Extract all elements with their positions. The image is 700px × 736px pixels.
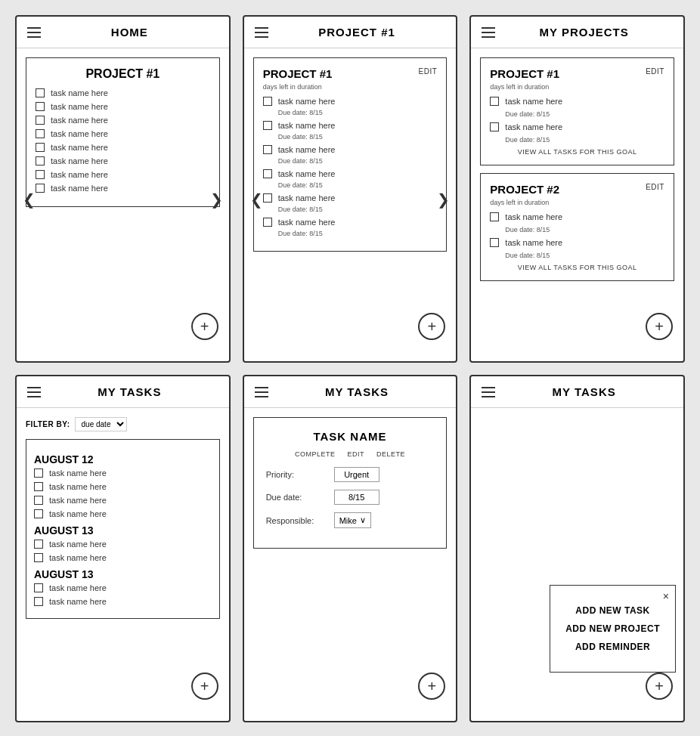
home-body: ❮ PROJECT #1 task name here task name he… bbox=[17, 48, 229, 351]
task-detail-card: TASK NAME COMPLETE EDIT DELETE Priority:… bbox=[253, 417, 448, 549]
hamburger-icon[interactable] bbox=[482, 27, 495, 38]
fab-add-button[interactable]: + bbox=[191, 673, 218, 700]
task-checkbox[interactable] bbox=[36, 143, 45, 152]
days-left: days left in duration bbox=[490, 199, 664, 206]
my-tasks-filter-body: FILTER BY: due date priority project AUG… bbox=[17, 408, 229, 710]
task-checkbox[interactable] bbox=[263, 121, 272, 130]
project-header: PROJECT #2 EDIT bbox=[490, 183, 664, 196]
due-value: 8/15 bbox=[334, 490, 379, 505]
task-item: task name here bbox=[34, 482, 212, 491]
next-arrow[interactable]: ❯ bbox=[210, 190, 223, 209]
fab-add-button[interactable]: + bbox=[646, 673, 673, 700]
task-item: task name here bbox=[490, 238, 664, 247]
next-arrow[interactable]: ❯ bbox=[437, 190, 450, 209]
tasks-section: AUGUST 12 task name here task name here … bbox=[26, 439, 220, 619]
task-checkbox[interactable] bbox=[34, 597, 43, 606]
task-checkbox[interactable] bbox=[36, 156, 45, 165]
project-name: PROJECT #1 bbox=[490, 67, 559, 80]
date-group-3: AUGUST 13 bbox=[34, 568, 212, 580]
date-group-1: AUGUST 12 bbox=[34, 453, 212, 465]
task-due: Due date: 8/15 bbox=[278, 133, 438, 141]
project1-edit-btn[interactable]: EDIT bbox=[419, 67, 438, 76]
responsible-value: Mike bbox=[339, 516, 357, 525]
delete-btn[interactable]: DELETE bbox=[376, 450, 405, 458]
task-checkbox[interactable] bbox=[34, 553, 43, 562]
task-checkbox[interactable] bbox=[490, 212, 499, 221]
task-checkbox[interactable] bbox=[36, 102, 45, 111]
task-due: Due date: 8/15 bbox=[278, 230, 438, 237]
prev-arrow[interactable]: ❮ bbox=[23, 190, 36, 209]
task-checkbox[interactable] bbox=[490, 238, 499, 247]
task-checkbox[interactable] bbox=[263, 169, 272, 178]
task-checkbox[interactable] bbox=[263, 97, 272, 106]
task-checkbox[interactable] bbox=[263, 145, 272, 154]
screen-my-projects: MY PROJECTS PROJECT #1 EDIT days left in… bbox=[469, 15, 685, 363]
hamburger-icon[interactable] bbox=[27, 27, 41, 38]
responsible-select[interactable]: Mike ∨ bbox=[334, 512, 371, 528]
task-item: task name here bbox=[36, 102, 210, 111]
task-due: Due date: 8/15 bbox=[505, 136, 664, 144]
task-item: task name here bbox=[263, 145, 438, 154]
task-checkbox[interactable] bbox=[36, 116, 45, 125]
home-project-title: PROJECT #1 bbox=[36, 67, 210, 81]
task-checkbox[interactable] bbox=[34, 509, 43, 518]
fab-add-button[interactable]: + bbox=[646, 313, 673, 340]
hamburger-icon[interactable] bbox=[255, 387, 268, 397]
task-checkbox[interactable] bbox=[490, 97, 499, 106]
project-name: PROJECT #2 bbox=[490, 183, 559, 196]
my-project-card-2: PROJECT #2 EDIT days left in duration ta… bbox=[480, 173, 674, 281]
task-checkbox[interactable] bbox=[36, 129, 45, 138]
task-item: task name here bbox=[263, 218, 438, 227]
fab-add-button[interactable]: + bbox=[418, 673, 445, 700]
project1-title: PROJECT #1 bbox=[268, 26, 446, 39]
task-checkbox[interactable] bbox=[36, 88, 45, 97]
view-all-btn-2[interactable]: VIEW ALL TASKS FOR THIS GOAL bbox=[490, 264, 664, 271]
prev-arrow[interactable]: ❮ bbox=[250, 190, 263, 209]
my-projects-header: MY PROJECTS bbox=[471, 17, 683, 48]
fab-add-button[interactable]: + bbox=[191, 313, 218, 340]
add-popup: × ADD NEW TASK ADD NEW PROJECT ADD REMIN… bbox=[550, 585, 676, 673]
task-item: task name here bbox=[263, 169, 438, 178]
task-checkbox[interactable] bbox=[34, 540, 43, 549]
fab-add-button[interactable]: + bbox=[418, 313, 445, 340]
home-title: HOME bbox=[41, 26, 218, 39]
task-checkbox[interactable] bbox=[36, 184, 45, 193]
task-checkbox[interactable] bbox=[34, 482, 43, 491]
project1-header: PROJECT #1 bbox=[244, 17, 457, 48]
add-new-task-btn[interactable]: ADD NEW TASK bbox=[565, 605, 660, 616]
my-projects-body: PROJECT #1 EDIT days left in duration ta… bbox=[471, 48, 683, 351]
add-new-project-btn[interactable]: ADD NEW PROJECT bbox=[565, 623, 660, 634]
popup-close-btn[interactable]: × bbox=[663, 590, 669, 602]
project-edit-btn[interactable]: EDIT bbox=[646, 67, 664, 76]
task-item: task name here bbox=[36, 143, 210, 152]
project-header: PROJECT #1 EDIT bbox=[490, 67, 664, 80]
hamburger-icon[interactable] bbox=[255, 27, 268, 38]
hamburger-icon[interactable] bbox=[482, 387, 495, 397]
project-edit-btn[interactable]: EDIT bbox=[646, 183, 664, 191]
add-reminder-btn[interactable]: ADD REMINDER bbox=[565, 642, 660, 652]
my-project-card-1: PROJECT #1 EDIT days left in duration ta… bbox=[480, 57, 674, 165]
my-tasks-popup-body: × ADD NEW TASK ADD NEW PROJECT ADD REMIN… bbox=[471, 408, 683, 710]
task-item: task name here bbox=[36, 156, 210, 165]
hamburger-icon[interactable] bbox=[27, 387, 41, 397]
task-checkbox[interactable] bbox=[490, 122, 499, 131]
task-actions-bar: COMPLETE EDIT DELETE bbox=[266, 450, 435, 458]
filter-select[interactable]: due date priority project bbox=[75, 417, 127, 431]
view-all-btn-1[interactable]: VIEW ALL TASKS FOR THIS GOAL bbox=[490, 148, 664, 156]
task-checkbox[interactable] bbox=[34, 583, 43, 592]
due-row: Due date: 8/15 bbox=[266, 490, 435, 505]
task-checkbox[interactable] bbox=[263, 218, 272, 227]
task-item: task name here bbox=[34, 496, 212, 505]
task-item: task name here bbox=[36, 116, 210, 125]
task-due: Due date: 8/15 bbox=[505, 110, 664, 118]
date-group-2: AUGUST 13 bbox=[34, 524, 212, 537]
my-projects-title: MY PROJECTS bbox=[495, 26, 673, 39]
complete-btn[interactable]: COMPLETE bbox=[295, 450, 336, 458]
task-checkbox[interactable] bbox=[34, 496, 43, 505]
task-checkbox[interactable] bbox=[263, 193, 272, 203]
task-checkbox[interactable] bbox=[34, 469, 43, 478]
task-item: task name here bbox=[263, 121, 438, 130]
home-header: HOME bbox=[17, 17, 229, 48]
edit-btn[interactable]: EDIT bbox=[347, 450, 364, 458]
task-checkbox[interactable] bbox=[36, 170, 45, 179]
